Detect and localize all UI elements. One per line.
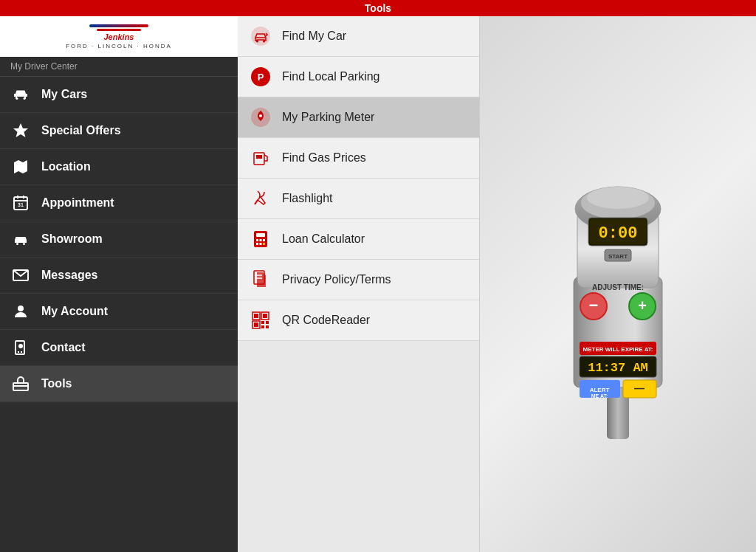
sidebar-item-contact[interactable]: Contact: [0, 330, 238, 366]
svg-text:ADJUST TIME:: ADJUST TIME:: [592, 283, 644, 291]
svg-rect-41: [261, 321, 264, 324]
gas-icon: [250, 147, 272, 169]
sidebar-item-appointment[interactable]: 31 Appointment: [0, 185, 238, 221]
sidebar-item-my-cars[interactable]: My Cars: [0, 77, 238, 113]
svg-point-1: [24, 97, 26, 100]
svg-point-16: [256, 41, 258, 43]
svg-marker-2: [13, 123, 28, 137]
svg-rect-43: [261, 325, 264, 328]
sidebar-label-messages: Messages: [41, 269, 98, 282]
qr-icon: [250, 309, 272, 331]
tool-label-privacy-policy: Privacy Policy/Terms: [282, 273, 391, 286]
svg-rect-40: [254, 322, 258, 327]
svg-text:ALERT: ALERT: [590, 387, 610, 393]
sidebar-label-my-account: My Account: [41, 305, 108, 318]
svg-rect-27: [260, 239, 262, 241]
svg-text:0:00: 0:00: [599, 224, 638, 243]
tool-loan-calculator[interactable]: Loan Calculator: [238, 219, 479, 260]
svg-text:START: START: [608, 253, 628, 260]
svg-rect-38: [263, 314, 267, 318]
logo-tagline: FORD · LINCOLN · HONDA: [66, 43, 172, 49]
tool-find-my-car[interactable]: Find My Car: [238, 16, 479, 57]
svg-point-11: [18, 306, 24, 311]
tool-label-loan-calculator: Loan Calculator: [282, 232, 365, 246]
sidebar-item-messages[interactable]: Messages: [0, 258, 238, 294]
sidebar-item-my-account[interactable]: My Account: [0, 294, 238, 330]
svg-point-21: [259, 114, 262, 117]
svg-point-0: [16, 97, 18, 100]
sidebar-label-my-cars: My Cars: [41, 88, 87, 101]
svg-rect-30: [260, 243, 262, 245]
svg-text:ME AT:: ME AT:: [591, 393, 608, 399]
svg-point-8: [16, 243, 18, 245]
svg-rect-25: [256, 233, 265, 237]
tool-label-qr-code-reader: QR CodeReader: [282, 314, 370, 327]
svg-text:31: 31: [18, 202, 24, 207]
sidebar-logo: Jenkins FORD · LINCOLN · HONDA: [0, 16, 238, 57]
svg-text:−: −: [589, 296, 599, 314]
sidebar-label-contact: Contact: [41, 341, 86, 354]
contact-icon: [10, 337, 31, 358]
tool-label-find-gas-prices: Find Gas Prices: [282, 151, 366, 165]
svg-text:—: —: [634, 382, 645, 394]
sidebar-item-showroom[interactable]: Showroom: [0, 221, 238, 258]
meter-icon: [250, 106, 272, 128]
svg-rect-31: [263, 243, 265, 245]
svg-rect-23: [256, 155, 262, 159]
sidebar-label-location: Location: [41, 160, 91, 173]
svg-rect-36: [254, 314, 258, 318]
svg-rect-29: [256, 243, 258, 245]
map-icon: [10, 156, 31, 177]
svg-rect-26: [256, 239, 258, 241]
tool-label-find-local-parking: Find Local Parking: [282, 70, 380, 83]
svg-rect-28: [263, 239, 265, 241]
tool-flashlight[interactable]: Flashlight: [238, 179, 479, 219]
svg-point-12: [18, 344, 23, 348]
driver-center-label: My Driver Center: [0, 57, 238, 77]
sidebar-label-showroom: Showroom: [41, 232, 103, 246]
svg-text:P: P: [258, 72, 264, 83]
car-icon: [10, 84, 31, 105]
sidebar-item-tools[interactable]: Tools: [0, 366, 238, 402]
showroom-icon: [10, 229, 31, 249]
sidebar-label-appointment: Appointment: [41, 196, 114, 210]
header: Tools: [0, 0, 756, 16]
tool-label-flashlight: Flashlight: [282, 192, 332, 205]
tool-find-local-parking[interactable]: P Find Local Parking: [238, 57, 479, 97]
parking-icon: P: [250, 66, 272, 88]
person-icon: [10, 301, 31, 322]
sidebar-label-special-offers: Special Offers: [41, 124, 121, 137]
tool-find-gas-prices[interactable]: Find Gas Prices: [238, 138, 479, 179]
svg-rect-42: [266, 321, 269, 324]
tool-privacy-policy[interactable]: Privacy Policy/Terms: [238, 260, 479, 300]
document-icon: [250, 269, 272, 291]
content-panel: 0:00 START ADJUST TIME: − + METER WILL E…: [480, 16, 756, 552]
calculator-icon: [250, 228, 272, 250]
svg-text:11:37 AM: 11:37 AM: [588, 361, 648, 375]
tool-label-my-parking-meter: My Parking Meter: [282, 111, 374, 124]
find-car-icon: [250, 25, 272, 47]
tool-my-parking-meter[interactable]: My Parking Meter: [238, 97, 479, 138]
svg-point-9: [23, 243, 25, 245]
toolbox-icon: [10, 373, 31, 394]
tools-panel: Find My Car P Find Local Parking My Park…: [238, 16, 480, 552]
svg-text:METER WILL EXPIRE AT:: METER WILL EXPIRE AT:: [583, 346, 653, 353]
sidebar-item-location[interactable]: Location: [0, 149, 238, 185]
svg-point-17: [263, 41, 265, 43]
sidebar-label-tools: Tools: [41, 377, 72, 390]
envelope-icon: [10, 265, 31, 286]
svg-point-50: [587, 187, 649, 209]
logo-brand-name: Jenkins: [104, 32, 134, 41]
svg-rect-44: [266, 325, 269, 328]
tool-qr-code-reader[interactable]: QR CodeReader: [238, 300, 479, 341]
header-title: Tools: [365, 2, 391, 14]
sidebar-item-special-offers[interactable]: Special Offers: [0, 113, 238, 149]
calendar-icon: 31: [10, 193, 31, 213]
sidebar: Jenkins FORD · LINCOLN · HONDA My Driver…: [0, 16, 238, 552]
star-icon: [10, 120, 31, 141]
parking-meter-graphic: 0:00 START ADJUST TIME: − + METER WILL E…: [533, 129, 703, 439]
flashlight-icon: [250, 187, 272, 210]
svg-point-15: [251, 27, 270, 46]
svg-text:+: +: [638, 297, 647, 314]
tool-label-find-my-car: Find My Car: [282, 30, 346, 43]
